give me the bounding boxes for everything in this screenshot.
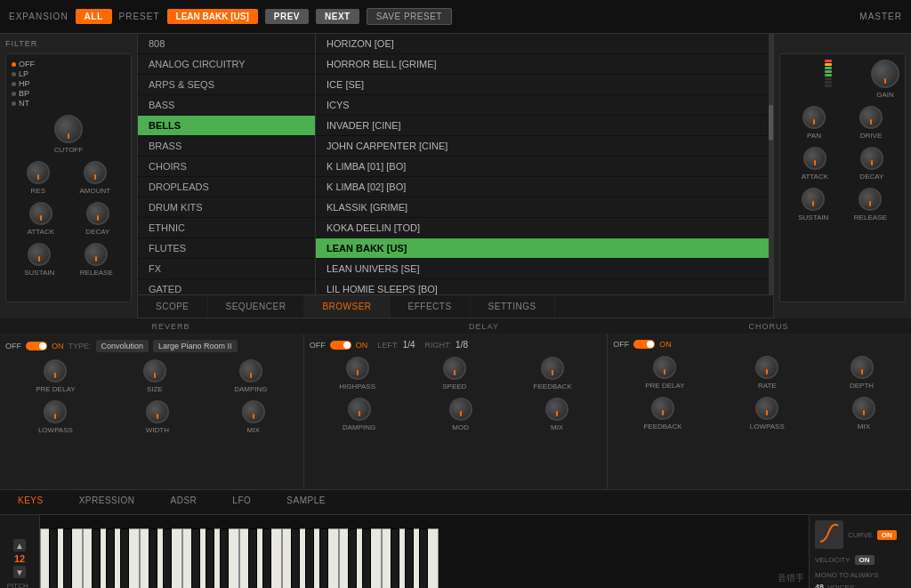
chorus-toggle[interactable] [633, 340, 655, 349]
category-item[interactable]: ETHNIC [138, 218, 315, 238]
chorus-lowpass-knob[interactable] [755, 397, 778, 420]
chorus-depth-knob[interactable] [851, 356, 874, 379]
scroll-indicator[interactable] [769, 34, 773, 294]
black-key[interactable] [163, 528, 172, 588]
black-key[interactable] [92, 528, 101, 588]
next-button[interactable]: NEXT [316, 9, 359, 24]
black-key[interactable] [362, 528, 371, 588]
tab-sequencer[interactable]: SEQUENCER [208, 295, 305, 318]
chorus-rate-knob[interactable] [755, 356, 778, 379]
pitch-up-arrow[interactable]: ▲ [13, 539, 26, 552]
tab-settings[interactable]: SETTINGS [471, 295, 555, 318]
black-key[interactable] [120, 528, 129, 588]
category-item[interactable]: BRASS [138, 136, 315, 157]
cutoff-knob[interactable] [54, 115, 83, 143]
delay-mod-knob[interactable] [449, 398, 472, 421]
filter-hp[interactable]: HP [12, 79, 125, 88]
master-attack-knob[interactable] [803, 147, 826, 170]
black-key[interactable] [348, 528, 357, 588]
filter-bp[interactable]: BP [12, 89, 125, 98]
filter-sustain-knob[interactable] [28, 243, 51, 266]
black-key[interactable] [419, 528, 428, 588]
category-item[interactable]: CHOIRS [138, 157, 315, 177]
preset-item[interactable]: HORROR BELL [GRIME] [316, 54, 769, 75]
black-key[interactable] [220, 528, 229, 588]
res-knob[interactable] [27, 161, 50, 184]
filter-nt[interactable]: NT [12, 99, 125, 108]
category-item[interactable]: FLUTES [138, 238, 315, 259]
reverb-mix-knob[interactable] [242, 400, 265, 423]
preset-item[interactable]: K LIMBA [01] [BO] [316, 157, 769, 177]
master-drive-knob[interactable] [859, 106, 883, 129]
category-item[interactable]: DRUM KITS [138, 197, 315, 218]
category-item[interactable]: ARPS & SEQS [138, 75, 315, 95]
preset-item[interactable]: JOHN CARPENTER [CINE] [316, 136, 769, 157]
master-sustain-knob[interactable] [802, 188, 825, 211]
black-key[interactable] [391, 528, 399, 588]
preset-item[interactable]: K LIMBA [02] [BO] [316, 177, 769, 197]
category-item[interactable]: FX [138, 259, 315, 279]
chorus-mix-knob[interactable] [852, 397, 875, 420]
chorus-predelay-knob[interactable] [653, 356, 676, 379]
pitch-down-arrow[interactable]: ▼ [13, 566, 26, 578]
master-gain-knob[interactable] [871, 60, 899, 88]
bottom-tab-sample[interactable]: SAMPLE [269, 490, 343, 514]
reverb-toggle[interactable] [26, 342, 47, 350]
delay-speed-knob[interactable] [443, 357, 466, 380]
master-release-knob[interactable] [859, 188, 882, 211]
reverb-damping-knob[interactable] [239, 359, 262, 383]
filter-release-knob[interactable] [85, 243, 108, 266]
filter-attack-knob[interactable] [29, 202, 52, 225]
category-item[interactable]: 808 [138, 34, 315, 54]
category-item[interactable]: GATED [138, 279, 315, 294]
black-key[interactable] [191, 528, 200, 588]
reverb-preset-value[interactable]: Large Piano Room II [153, 340, 238, 352]
tab-effects[interactable]: EFFECTS [391, 295, 471, 318]
chorus-feedback-knob[interactable] [651, 397, 674, 420]
black-key[interactable] [319, 528, 328, 588]
black-key[interactable] [305, 528, 314, 588]
black-key[interactable] [291, 528, 300, 588]
master-pan-knob[interactable] [802, 106, 826, 129]
all-button[interactable]: ALL [76, 9, 112, 24]
category-item[interactable]: BASS [138, 95, 315, 116]
black-key[interactable] [206, 528, 214, 588]
save-preset-button[interactable]: SAVE PRESET [367, 8, 452, 25]
preset-item[interactable]: LEAN UNIVERS [SE] [316, 259, 769, 279]
delay-mix-knob[interactable] [545, 398, 568, 421]
delay-feedback-knob[interactable] [541, 357, 564, 380]
delay-highpass-knob[interactable] [346, 357, 369, 380]
velocity-on-badge[interactable]: ON [855, 555, 875, 565]
reverb-lowpass-knob[interactable] [44, 400, 67, 423]
category-item[interactable]: ANALOG CIRCUITRY [138, 54, 315, 75]
black-key[interactable] [149, 528, 157, 588]
filter-lp[interactable]: LP [12, 69, 125, 78]
preset-item[interactable]: HORIZON [OE] [316, 34, 769, 54]
tab-scope[interactable]: SCOPE [138, 295, 208, 318]
bottom-tab-xpression[interactable]: XPRESSION [61, 490, 153, 514]
black-key[interactable] [405, 528, 414, 588]
preset-item[interactable]: ICE [SE] [316, 75, 769, 95]
delay-damping-knob[interactable] [348, 398, 371, 421]
reverb-size-knob[interactable] [143, 359, 166, 383]
reverb-predelay-knob[interactable] [44, 359, 67, 383]
preset-item[interactable]: LIL HOMIE SLEEPS [BO] [316, 279, 769, 294]
black-key[interactable] [106, 528, 115, 588]
black-key[interactable] [49, 528, 58, 588]
tab-browser[interactable]: BROWSER [304, 295, 390, 318]
black-key[interactable] [63, 528, 72, 588]
bottom-tab-lfo[interactable]: LFO [214, 490, 269, 514]
preset-item[interactable]: INVADER [CINE] [316, 116, 769, 136]
delay-toggle[interactable] [330, 341, 351, 350]
filter-off[interactable]: OFF [12, 60, 125, 68]
prev-button[interactable]: PREV [265, 9, 309, 24]
bottom-tab-adsr[interactable]: ADSR [153, 490, 215, 514]
black-key[interactable] [248, 528, 257, 588]
category-item[interactable]: DROPLEADS [138, 177, 315, 197]
reverb-type-value[interactable]: Convolution [96, 340, 149, 352]
preset-item[interactable]: KLASSIK [GRIME] [316, 197, 769, 218]
black-key[interactable] [262, 528, 271, 588]
preset-item[interactable]: KOKA DEELIN [TOD] [316, 218, 769, 238]
preset-item[interactable]: LEAN BAKK [US] [316, 238, 769, 259]
master-decay-knob[interactable] [860, 147, 883, 170]
